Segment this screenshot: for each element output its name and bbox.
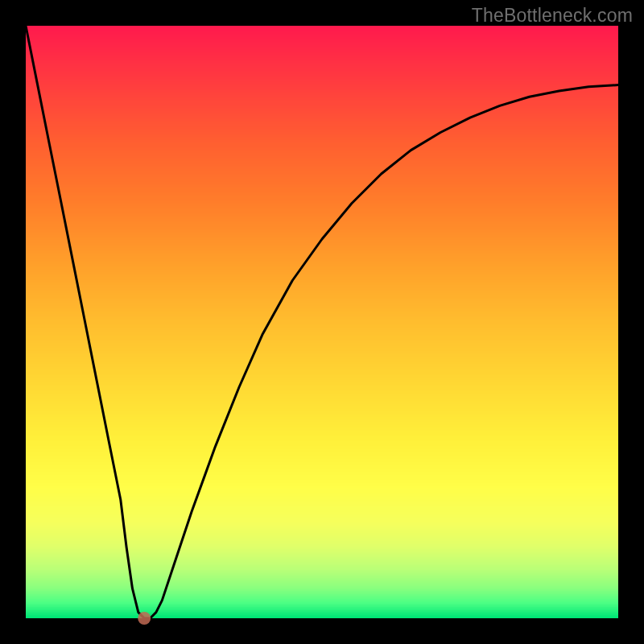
chart-frame: TheBottleneck.com <box>0 0 644 644</box>
bottleneck-curve <box>26 26 618 618</box>
curve-layer <box>26 26 618 618</box>
watermark-text: TheBottleneck.com <box>472 5 633 27</box>
plot-area <box>26 26 618 618</box>
minimum-marker <box>138 612 151 625</box>
